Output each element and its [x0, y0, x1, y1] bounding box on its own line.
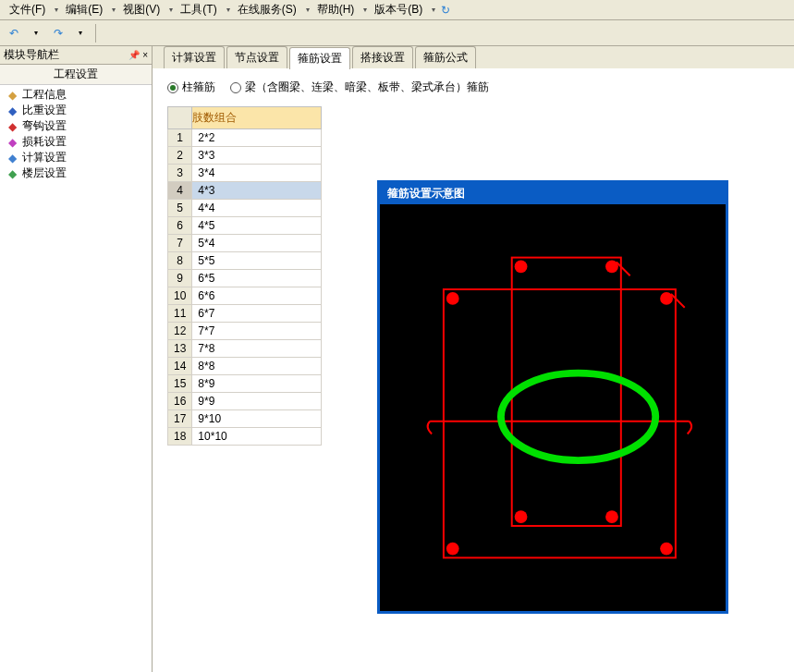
pin-icon[interactable]: 📌 × [128, 50, 148, 60]
table-header: 肢数组合 [192, 107, 322, 129]
hook-mark [688, 422, 691, 434]
tab[interactable]: 节点设置 [226, 46, 287, 68]
tab[interactable]: 箍筋公式 [415, 46, 476, 68]
menubar: 文件(F)▾ 编辑(E)▾ 视图(V)▾ 工具(T)▾ 在线服务(S)▾ 帮助(… [0, 0, 794, 20]
table-row[interactable]: 169*9 [168, 393, 322, 410]
calc-icon: ◆ [6, 152, 18, 165]
tab[interactable]: 箍筋设置 [289, 47, 350, 69]
redo-dropdown[interactable]: ▾ [70, 23, 91, 43]
table-row[interactable]: 33*4 [168, 165, 322, 182]
radio-column-stirrup[interactable]: 柱箍筋 [167, 79, 215, 95]
table-row[interactable]: 12*2 [168, 129, 322, 147]
row-value[interactable]: 5*4 [192, 235, 322, 252]
row-number: 14 [168, 358, 192, 375]
menu-view[interactable]: 视图(V) [117, 0, 165, 19]
sidebar-item-label: 楼层设置 [22, 165, 67, 181]
corner-dot [515, 510, 528, 523]
sidebar-item[interactable]: ◆弯钩设置 [4, 118, 148, 134]
table-header-blank [168, 107, 192, 129]
corner-dot [605, 510, 618, 523]
chevron-down-icon: ▾ [112, 6, 116, 14]
chevron-down-icon: ▾ [363, 6, 367, 14]
radio-label-2: 梁（含圈梁、连梁、暗梁、板带、梁式承台）箍筋 [245, 79, 489, 95]
row-value[interactable]: 3*4 [192, 165, 322, 182]
sidebar-item[interactable]: ◆比重设置 [4, 103, 148, 118]
table-row[interactable]: 179*10 [168, 410, 322, 428]
stirrup-diagram-svg [380, 204, 726, 611]
row-number: 9 [168, 270, 192, 287]
row-number: 6 [168, 217, 192, 235]
sidebar-title: 模块导航栏 [4, 47, 59, 63]
sidebar-subtitle: 工程设置 [54, 67, 98, 82]
table-row[interactable]: 116*7 [168, 305, 322, 323]
row-value[interactable]: 10*10 [192, 428, 322, 446]
row-value[interactable]: 4*5 [192, 217, 322, 235]
undo-dropdown[interactable]: ▾ [26, 23, 46, 43]
inner-rect [512, 258, 621, 526]
row-number: 17 [168, 410, 192, 428]
table-row[interactable]: 106*6 [168, 287, 322, 305]
row-value[interactable]: 3*3 [192, 147, 322, 165]
table-row[interactable]: 137*8 [168, 340, 322, 358]
sidebar-item[interactable]: ◆计算设置 [4, 150, 148, 165]
table-row[interactable]: 96*5 [168, 270, 322, 287]
limb-table[interactable]: 肢数组合 12*223*333*444*354*464*575*485*596*… [167, 106, 322, 446]
row-number: 13 [168, 340, 192, 358]
row-value[interactable]: 6*5 [192, 270, 322, 287]
row-value[interactable]: 8*8 [192, 358, 322, 375]
row-value[interactable]: 4*4 [192, 200, 322, 217]
chevron-down-icon: ▾ [169, 6, 173, 14]
corner-dot [660, 292, 673, 305]
menu-edit[interactable]: 编辑(E) [60, 0, 108, 19]
outer-rect [444, 289, 676, 557]
row-value[interactable]: 6*7 [192, 305, 322, 323]
row-number: 3 [168, 165, 192, 182]
tab[interactable]: 计算设置 [164, 46, 225, 68]
highlight-ellipse [501, 373, 655, 460]
table-row[interactable]: 148*8 [168, 358, 322, 375]
menu-tools[interactable]: 工具(T) [175, 0, 222, 19]
refresh-icon[interactable]: ↻ [437, 2, 454, 18]
menu-file[interactable]: 文件(F) [4, 0, 51, 19]
table-row[interactable]: 54*4 [168, 200, 322, 217]
undo-button[interactable]: ↶ [4, 23, 24, 43]
table-row[interactable]: 23*3 [168, 147, 322, 165]
sidebar-item-label: 比重设置 [22, 103, 67, 118]
sidebar-tree: ◆工程信息◆比重设置◆弯钩设置◆损耗设置◆计算设置◆楼层设置 [0, 85, 152, 672]
menu-version[interactable]: 版本号(B) [369, 0, 428, 19]
row-value[interactable]: 2*2 [192, 129, 322, 147]
row-number: 8 [168, 252, 192, 270]
tab[interactable]: 搭接设置 [352, 46, 413, 68]
menu-online[interactable]: 在线服务(S) [232, 0, 302, 19]
sidebar-item[interactable]: ◆损耗设置 [4, 134, 148, 150]
table-row[interactable]: 158*9 [168, 375, 322, 393]
table-row[interactable]: 1810*10 [168, 428, 322, 446]
table-row[interactable]: 64*5 [168, 217, 322, 235]
row-number: 1 [168, 129, 192, 147]
sidebar-item-label: 弯钩设置 [22, 118, 67, 134]
row-number: 16 [168, 393, 192, 410]
row-value[interactable]: 8*9 [192, 375, 322, 393]
chevron-down-icon: ▾ [306, 6, 310, 14]
menu-help[interactable]: 帮助(H) [311, 0, 360, 19]
row-value[interactable]: 9*9 [192, 393, 322, 410]
table-row[interactable]: 127*7 [168, 323, 322, 340]
row-value[interactable]: 4*3 [192, 182, 322, 200]
row-value[interactable]: 5*5 [192, 252, 322, 270]
table-row[interactable]: 85*5 [168, 252, 322, 270]
radio-beam-stirrup[interactable]: 梁（含圈梁、连梁、暗梁、板带、梁式承台）箍筋 [230, 79, 489, 95]
corner-dot [446, 292, 459, 305]
sidebar-item[interactable]: ◆楼层设置 [4, 165, 148, 181]
sidebar-subheader[interactable]: 工程设置 [0, 65, 152, 85]
row-value[interactable]: 6*6 [192, 287, 322, 305]
redo-button[interactable]: ↷ [48, 23, 68, 43]
sidebar-item[interactable]: ◆工程信息 [4, 87, 148, 103]
table-row[interactable]: 44*3 [168, 182, 322, 200]
diagram-canvas [380, 204, 726, 611]
row-value[interactable]: 7*7 [192, 323, 322, 340]
row-value[interactable]: 7*8 [192, 340, 322, 358]
chevron-down-icon: ▾ [55, 6, 58, 14]
radio-checked-icon [167, 82, 178, 93]
row-value[interactable]: 9*10 [192, 410, 322, 428]
table-row[interactable]: 75*4 [168, 235, 322, 252]
